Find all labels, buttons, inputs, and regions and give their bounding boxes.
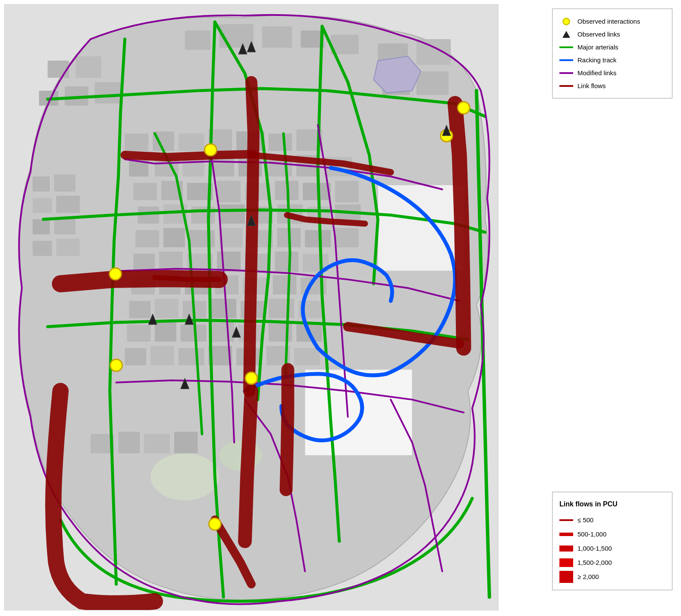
svg-rect-7 <box>76 56 101 78</box>
legend-item-observed-interactions: Observed interactions <box>559 15 665 27</box>
svg-rect-89 <box>294 348 320 365</box>
observed-interactions-label: Observed interactions <box>577 15 640 27</box>
svg-rect-37 <box>303 183 331 200</box>
svg-rect-90 <box>305 370 412 456</box>
link-flows-legend-label: Link flows <box>577 80 606 92</box>
svg-rect-31 <box>133 183 157 200</box>
svg-rect-21 <box>269 134 292 151</box>
svg-rect-14 <box>416 71 449 95</box>
legend-item-major-arterials: Major arterials <box>559 41 665 53</box>
svg-rect-76 <box>127 325 151 342</box>
darkred-line-icon <box>559 85 573 87</box>
bar-2000plus-icon <box>559 571 573 583</box>
observed-links-symbol <box>559 31 573 38</box>
svg-rect-79 <box>211 322 234 342</box>
flow-1000-bar <box>559 533 573 536</box>
svg-rect-70 <box>155 299 178 318</box>
svg-point-106 <box>205 144 217 156</box>
flow-2000-bar <box>559 558 573 567</box>
modified-links-symbol <box>559 72 573 74</box>
svg-point-109 <box>245 372 257 384</box>
svg-rect-47 <box>135 230 159 247</box>
legend-flow-2000: 1,500-2,000 <box>559 556 665 569</box>
legend-flow-1500: 1,000-1,500 <box>559 542 665 555</box>
legend-flow-2000plus: ≥ 2,000 <box>559 570 665 583</box>
svg-rect-72 <box>211 299 236 318</box>
flow-2000plus-bar <box>559 571 573 583</box>
legend-bottom: Link flows in PCU ≤ 500 500-1,000 1,000-… <box>552 492 672 590</box>
svg-rect-3 <box>262 26 292 48</box>
flow-500-bar <box>559 519 573 521</box>
svg-rect-42 <box>219 204 245 224</box>
svg-rect-97 <box>33 177 50 192</box>
svg-rect-54 <box>335 228 359 247</box>
svg-rect-85 <box>178 348 204 365</box>
racking-track-label: Racking track <box>577 54 617 66</box>
map-container <box>4 4 498 610</box>
svg-rect-49 <box>189 230 215 247</box>
svg-rect-78 <box>180 325 206 342</box>
svg-rect-99 <box>33 198 52 213</box>
legend-top: Observed interactions Observed links Maj… <box>552 9 672 98</box>
svg-rect-100 <box>56 196 80 213</box>
svg-rect-67 <box>273 275 296 294</box>
svg-rect-1 <box>185 31 211 50</box>
major-arterials-label: Major arterials <box>577 41 618 53</box>
major-arterials-symbol <box>559 46 573 48</box>
flow-1500-bar <box>559 546 573 552</box>
svg-rect-69 <box>129 301 150 318</box>
svg-rect-41 <box>191 206 215 224</box>
flow-2000plus-label: ≥ 2,000 <box>577 570 599 583</box>
svg-rect-34 <box>217 181 241 202</box>
svg-rect-50 <box>219 228 243 247</box>
yellow-circle-icon <box>562 18 570 25</box>
legend-bottom-title: Link flows in PCU <box>559 497 665 511</box>
svg-rect-74 <box>269 299 294 318</box>
green-line-icon <box>559 46 573 48</box>
svg-rect-48 <box>163 228 185 247</box>
flow-2000-label: 1,500-2,000 <box>577 556 612 569</box>
link-flows-symbol <box>559 85 573 87</box>
bar-2000-icon <box>559 558 573 567</box>
bar-500-icon <box>559 519 573 521</box>
svg-rect-60 <box>275 251 299 272</box>
legend-item-racking-track: Racking track <box>559 54 665 66</box>
svg-rect-83 <box>125 348 147 365</box>
svg-rect-53 <box>305 230 331 247</box>
svg-rect-77 <box>155 322 176 342</box>
legend-flow-1000: 500-1,000 <box>559 528 665 541</box>
svg-rect-101 <box>33 219 50 234</box>
racking-track-symbol <box>559 59 573 61</box>
bar-1000-icon <box>559 533 573 536</box>
svg-rect-104 <box>56 239 80 256</box>
flow-1000-label: 500-1,000 <box>577 528 607 541</box>
flow-500-label: ≤ 500 <box>577 514 593 527</box>
observed-links-label: Observed links <box>577 28 620 40</box>
svg-point-107 <box>458 102 470 114</box>
triangle-icon <box>562 31 570 38</box>
purple-line-icon <box>559 72 573 74</box>
legend-flow-500: ≤ 500 <box>559 514 665 527</box>
legend-item-observed-links: Observed links <box>559 28 665 40</box>
svg-rect-6 <box>48 61 69 78</box>
svg-rect-84 <box>150 346 174 365</box>
svg-rect-96 <box>174 432 198 453</box>
svg-rect-58 <box>217 251 241 272</box>
svg-rect-16 <box>125 134 149 151</box>
svg-rect-95 <box>144 434 170 453</box>
svg-rect-38 <box>335 181 359 202</box>
blue-line-icon <box>559 59 573 61</box>
svg-point-92 <box>219 440 262 470</box>
svg-rect-103 <box>33 241 52 256</box>
observed-interactions-symbol <box>559 18 573 25</box>
legend-item-link-flows: Link flows <box>559 80 665 92</box>
flow-1500-label: 1,000-1,500 <box>577 542 612 555</box>
svg-rect-12 <box>416 39 451 65</box>
svg-point-91 <box>150 453 219 500</box>
svg-rect-98 <box>54 175 76 192</box>
svg-rect-94 <box>119 432 140 453</box>
modified-links-label: Modified links <box>577 67 617 79</box>
svg-point-111 <box>209 518 221 530</box>
map-svg <box>5 5 498 610</box>
svg-point-110 <box>110 359 122 371</box>
